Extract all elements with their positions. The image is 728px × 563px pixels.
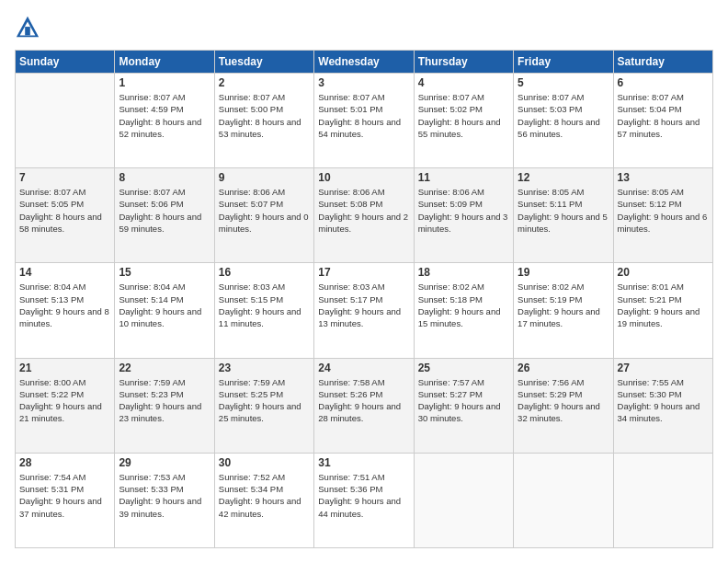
day-number: 3 <box>318 76 409 89</box>
day-info: Sunrise: 8:07 AMSunset: 5:00 PMDaylight:… <box>219 91 310 140</box>
calendar-cell: 28Sunrise: 7:54 AMSunset: 5:31 PMDayligh… <box>16 453 115 547</box>
day-info: Sunrise: 8:07 AMSunset: 5:01 PMDaylight:… <box>318 91 409 140</box>
day-info: Sunrise: 8:06 AMSunset: 5:07 PMDaylight:… <box>219 186 310 235</box>
calendar-cell: 8Sunrise: 8:07 AMSunset: 5:06 PMDaylight… <box>115 168 214 263</box>
day-info: Sunrise: 8:07 AMSunset: 5:05 PMDaylight:… <box>19 186 110 235</box>
day-number: 10 <box>318 171 409 184</box>
day-number: 8 <box>119 171 210 184</box>
day-info: Sunrise: 8:06 AMSunset: 5:09 PMDaylight:… <box>418 186 509 235</box>
calendar-cell: 15Sunrise: 8:04 AMSunset: 5:14 PMDayligh… <box>115 263 214 358</box>
calendar-cell: 5Sunrise: 8:07 AMSunset: 5:03 PMDaylight… <box>514 74 613 168</box>
day-number: 29 <box>119 456 210 469</box>
calendar-cell: 25Sunrise: 7:57 AMSunset: 5:27 PMDayligh… <box>414 358 513 453</box>
calendar-cell: 9Sunrise: 8:06 AMSunset: 5:07 PMDaylight… <box>214 168 313 263</box>
calendar-cell: 30Sunrise: 7:52 AMSunset: 5:34 PMDayligh… <box>214 453 313 547</box>
day-number: 28 <box>19 456 110 469</box>
day-info: Sunrise: 7:59 AMSunset: 5:25 PMDaylight:… <box>219 376 310 425</box>
calendar-cell: 29Sunrise: 7:53 AMSunset: 5:33 PMDayligh… <box>115 453 214 547</box>
day-number: 5 <box>518 76 609 89</box>
day-info: Sunrise: 8:07 AMSunset: 5:06 PMDaylight:… <box>119 186 210 235</box>
day-info: Sunrise: 8:04 AMSunset: 5:13 PMDaylight:… <box>19 281 110 329</box>
calendar-cell: 22Sunrise: 7:59 AMSunset: 5:23 PMDayligh… <box>115 358 214 453</box>
calendar-cell: 31Sunrise: 7:51 AMSunset: 5:36 PMDayligh… <box>314 453 414 547</box>
calendar-cell: 4Sunrise: 8:07 AMSunset: 5:02 PMDaylight… <box>414 74 513 168</box>
day-number: 26 <box>518 362 609 374</box>
calendar-cell <box>414 453 513 547</box>
day-number: 15 <box>119 266 210 279</box>
weekday-header: Wednesday <box>314 51 414 74</box>
calendar-cell <box>16 74 115 168</box>
day-number: 7 <box>19 171 110 184</box>
day-number: 31 <box>318 456 409 469</box>
svg-rect-2 <box>25 27 30 35</box>
logo <box>15 15 44 40</box>
calendar-cell: 1Sunrise: 8:07 AMSunset: 4:59 PMDaylight… <box>115 74 214 168</box>
calendar-cell: 18Sunrise: 8:02 AMSunset: 5:18 PMDayligh… <box>414 263 513 358</box>
calendar: SundayMondayTuesdayWednesdayThursdayFrid… <box>15 50 713 548</box>
day-info: Sunrise: 7:59 AMSunset: 5:23 PMDaylight:… <box>119 376 210 425</box>
calendar-header-row: SundayMondayTuesdayWednesdayThursdayFrid… <box>16 51 713 74</box>
day-info: Sunrise: 8:01 AMSunset: 5:21 PMDaylight:… <box>618 281 709 329</box>
calendar-cell: 26Sunrise: 7:56 AMSunset: 5:29 PMDayligh… <box>514 358 613 453</box>
day-info: Sunrise: 8:06 AMSunset: 5:08 PMDaylight:… <box>318 186 409 235</box>
weekday-header: Friday <box>514 51 613 74</box>
day-info: Sunrise: 8:05 AMSunset: 5:12 PMDaylight:… <box>618 186 709 235</box>
day-number: 30 <box>219 456 310 469</box>
day-number: 21 <box>19 362 110 374</box>
weekday-header: Tuesday <box>214 51 313 74</box>
day-info: Sunrise: 8:07 AMSunset: 5:04 PMDaylight:… <box>618 91 709 140</box>
day-number: 27 <box>618 362 709 374</box>
day-info: Sunrise: 7:52 AMSunset: 5:34 PMDaylight:… <box>219 471 310 520</box>
day-info: Sunrise: 8:02 AMSunset: 5:19 PMDaylight:… <box>518 281 609 329</box>
day-info: Sunrise: 7:53 AMSunset: 5:33 PMDaylight:… <box>119 471 210 520</box>
day-info: Sunrise: 8:03 AMSunset: 5:17 PMDaylight:… <box>318 281 409 329</box>
day-number: 9 <box>219 171 310 184</box>
day-info: Sunrise: 8:07 AMSunset: 5:03 PMDaylight:… <box>518 91 609 140</box>
day-info: Sunrise: 8:04 AMSunset: 5:14 PMDaylight:… <box>119 281 210 329</box>
calendar-cell: 12Sunrise: 8:05 AMSunset: 5:11 PMDayligh… <box>514 168 613 263</box>
day-info: Sunrise: 7:51 AMSunset: 5:36 PMDaylight:… <box>318 471 409 520</box>
day-number: 23 <box>219 362 310 374</box>
day-info: Sunrise: 8:07 AMSunset: 4:59 PMDaylight:… <box>119 91 210 140</box>
day-info: Sunrise: 7:56 AMSunset: 5:29 PMDaylight:… <box>518 376 609 425</box>
calendar-week-row: 28Sunrise: 7:54 AMSunset: 5:31 PMDayligh… <box>16 453 713 547</box>
calendar-cell: 27Sunrise: 7:55 AMSunset: 5:30 PMDayligh… <box>613 358 712 453</box>
day-number: 19 <box>518 266 609 279</box>
day-number: 1 <box>119 76 210 89</box>
weekday-header: Saturday <box>613 51 712 74</box>
calendar-week-row: 21Sunrise: 8:00 AMSunset: 5:22 PMDayligh… <box>16 358 713 453</box>
calendar-cell: 14Sunrise: 8:04 AMSunset: 5:13 PMDayligh… <box>16 263 115 358</box>
calendar-cell: 23Sunrise: 7:59 AMSunset: 5:25 PMDayligh… <box>214 358 313 453</box>
calendar-cell: 6Sunrise: 8:07 AMSunset: 5:04 PMDaylight… <box>613 74 712 168</box>
day-number: 6 <box>618 76 709 89</box>
calendar-cell: 2Sunrise: 8:07 AMSunset: 5:00 PMDaylight… <box>214 74 313 168</box>
day-info: Sunrise: 8:05 AMSunset: 5:11 PMDaylight:… <box>518 186 609 235</box>
day-number: 18 <box>418 266 509 279</box>
calendar-cell: 20Sunrise: 8:01 AMSunset: 5:21 PMDayligh… <box>613 263 712 358</box>
calendar-week-row: 7Sunrise: 8:07 AMSunset: 5:05 PMDaylight… <box>16 168 713 263</box>
day-number: 16 <box>219 266 310 279</box>
day-number: 14 <box>19 266 110 279</box>
day-number: 22 <box>119 362 210 374</box>
calendar-cell: 3Sunrise: 8:07 AMSunset: 5:01 PMDaylight… <box>314 74 414 168</box>
weekday-header: Monday <box>115 51 214 74</box>
day-info: Sunrise: 7:55 AMSunset: 5:30 PMDaylight:… <box>618 376 709 425</box>
day-info: Sunrise: 7:57 AMSunset: 5:27 PMDaylight:… <box>418 376 509 425</box>
page: SundayMondayTuesdayWednesdayThursdayFrid… <box>0 0 728 563</box>
day-number: 13 <box>618 171 709 184</box>
day-number: 24 <box>318 362 409 374</box>
day-number: 25 <box>418 362 509 374</box>
calendar-cell: 19Sunrise: 8:02 AMSunset: 5:19 PMDayligh… <box>514 263 613 358</box>
weekday-header: Sunday <box>16 51 115 74</box>
weekday-header: Thursday <box>414 51 513 74</box>
day-info: Sunrise: 8:02 AMSunset: 5:18 PMDaylight:… <box>418 281 509 329</box>
calendar-cell <box>514 453 613 547</box>
day-number: 12 <box>518 171 609 184</box>
calendar-cell: 21Sunrise: 8:00 AMSunset: 5:22 PMDayligh… <box>16 358 115 453</box>
calendar-cell: 24Sunrise: 7:58 AMSunset: 5:26 PMDayligh… <box>314 358 414 453</box>
calendar-cell: 11Sunrise: 8:06 AMSunset: 5:09 PMDayligh… <box>414 168 513 263</box>
logo-icon <box>15 15 40 40</box>
day-info: Sunrise: 7:58 AMSunset: 5:26 PMDaylight:… <box>318 376 409 425</box>
calendar-cell: 13Sunrise: 8:05 AMSunset: 5:12 PMDayligh… <box>613 168 712 263</box>
day-info: Sunrise: 8:03 AMSunset: 5:15 PMDaylight:… <box>219 281 310 329</box>
